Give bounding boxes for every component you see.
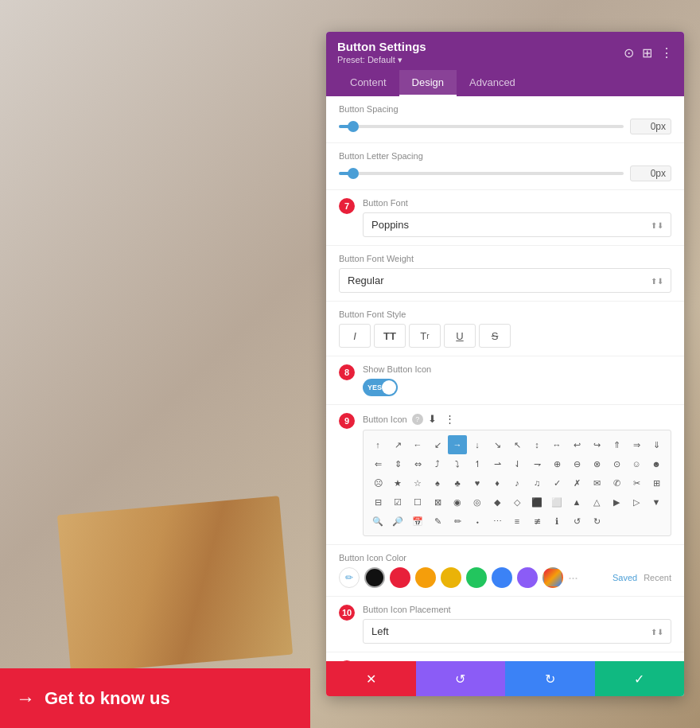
color-swatch-blue[interactable] bbox=[492, 567, 512, 588]
color-swatch-gradient[interactable] bbox=[542, 567, 563, 588]
icon-pencil[interactable]: ✏ bbox=[448, 512, 467, 531]
color-swatch-green[interactable] bbox=[466, 567, 487, 588]
icon-preview[interactable]: ⬇ bbox=[428, 413, 437, 425]
recent-tab[interactable]: Recent bbox=[644, 573, 671, 582]
icon-tri-right-fill[interactable]: ▶ bbox=[607, 492, 626, 512]
icon-refresh-ccw[interactable]: ↺ bbox=[567, 512, 586, 531]
responsive-icon[interactable]: ⊙ bbox=[624, 45, 634, 60]
color-edit-button[interactable]: ✏ bbox=[339, 567, 360, 588]
icon-refresh-cw[interactable]: ↻ bbox=[587, 512, 606, 531]
icon-left-hook[interactable]: ⇁ bbox=[527, 454, 546, 473]
icon-circle[interactable]: ◎ bbox=[468, 492, 487, 512]
button-icon-placement-select[interactable]: Left bbox=[363, 619, 671, 644]
icon-up-hook[interactable]: ↿ bbox=[468, 454, 487, 473]
capitalize-button[interactable]: Tr bbox=[409, 324, 441, 348]
icon-edit[interactable]: ✎ bbox=[428, 512, 447, 531]
button-font-select[interactable]: Poppins bbox=[363, 212, 671, 237]
italic-button[interactable]: I bbox=[339, 324, 371, 348]
icon-phone[interactable]: ✆ bbox=[607, 473, 626, 492]
icon-square-fill[interactable]: ⬛ bbox=[527, 492, 546, 512]
icon-diamond-fill[interactable]: ◆ bbox=[488, 492, 507, 512]
color-swatch-purple[interactable] bbox=[517, 567, 538, 588]
icon-dot-circle[interactable]: ⊙ bbox=[607, 454, 626, 473]
icon-plus-circle[interactable]: ⊕ bbox=[547, 454, 566, 473]
tab-design[interactable]: Design bbox=[399, 70, 457, 96]
button-letter-spacing-value[interactable]: 0px bbox=[630, 165, 671, 181]
icon-neq[interactable]: ≢ bbox=[527, 512, 546, 531]
icon-star[interactable]: ☆ bbox=[408, 473, 427, 492]
icon-tri-up[interactable]: △ bbox=[587, 492, 606, 512]
button-letter-spacing-track[interactable] bbox=[339, 172, 624, 175]
layout-icon[interactable]: ⊞ bbox=[642, 45, 652, 60]
icon-diamond-outline[interactable]: ◇ bbox=[508, 492, 527, 512]
icon-arrow-ud[interactable]: ↕ bbox=[527, 435, 546, 454]
color-swatch-red[interactable] bbox=[390, 567, 410, 588]
color-more-button[interactable]: ··· bbox=[568, 570, 578, 586]
icon-checkbox-x[interactable]: ⊠ bbox=[428, 492, 447, 512]
more-icon[interactable]: ⋮ bbox=[660, 45, 673, 60]
redo-button[interactable]: ↻ bbox=[505, 661, 595, 696]
icon-tri-right[interactable]: ▷ bbox=[627, 492, 646, 512]
saved-tab[interactable]: Saved bbox=[612, 573, 637, 582]
tab-advanced[interactable]: Advanced bbox=[457, 70, 528, 96]
icon-calendar[interactable]: 📅 bbox=[408, 512, 427, 531]
icon-swap[interactable]: ⇔ bbox=[408, 454, 427, 473]
icon-smile[interactable]: ☺ bbox=[627, 454, 646, 473]
icon-notes[interactable]: ♫ bbox=[527, 473, 546, 492]
icon-plus-sq[interactable]: ⊞ bbox=[647, 473, 666, 492]
icon-arrow-right[interactable]: → bbox=[448, 435, 467, 454]
icon-dbl-up[interactable]: ⇑ bbox=[607, 435, 626, 454]
color-swatch-yellow[interactable] bbox=[441, 567, 461, 588]
icon-minus-circle[interactable]: ⊖ bbox=[567, 454, 586, 473]
icon-down-right[interactable]: ⤵ bbox=[448, 454, 467, 473]
icon-dbl-down[interactable]: ⇓ bbox=[647, 435, 666, 454]
icon-right-hook[interactable]: ⇀ bbox=[488, 454, 507, 473]
icon-more-icon[interactable]: ⋮ bbox=[445, 413, 455, 425]
icon-return-left[interactable]: ↩ bbox=[567, 435, 586, 454]
icon-minus-sq[interactable]: ⊟ bbox=[368, 492, 387, 512]
icon-club[interactable]: ♣ bbox=[448, 473, 467, 492]
tab-content[interactable]: Content bbox=[337, 70, 399, 96]
reset-button[interactable]: ↺ bbox=[416, 661, 506, 696]
icon-tag[interactable]: ⬩ bbox=[468, 512, 487, 531]
icon-diamond[interactable]: ♦ bbox=[488, 473, 507, 492]
icon-magnify-2[interactable]: 🔎 bbox=[388, 512, 407, 531]
icon-star-fill[interactable]: ★ bbox=[388, 473, 407, 492]
icon-arrow-down[interactable]: ↓ bbox=[468, 435, 487, 454]
icon-check[interactable]: ✓ bbox=[547, 473, 566, 492]
icon-arrow-sw[interactable]: ↙ bbox=[428, 435, 447, 454]
save-button[interactable]: ✓ bbox=[595, 661, 685, 696]
icon-equiv[interactable]: ≡ bbox=[508, 512, 527, 531]
underline-button[interactable]: U bbox=[444, 324, 476, 348]
icon-ellipsis[interactable]: ⋯ bbox=[488, 512, 507, 531]
icon-tri-down-fill[interactable]: ▼ bbox=[647, 492, 666, 512]
icon-up-right[interactable]: ⤴ bbox=[428, 454, 447, 473]
button-spacing-track[interactable] bbox=[339, 125, 624, 128]
icon-info[interactable]: ℹ bbox=[547, 512, 566, 531]
icon-frown[interactable]: ☹ bbox=[368, 473, 387, 492]
icon-tri-up-fill[interactable]: ▲ bbox=[567, 492, 586, 512]
uppercase-button[interactable]: TT bbox=[374, 324, 406, 348]
icon-smile-fill[interactable]: ☻ bbox=[647, 454, 666, 473]
icon-arrow-nw[interactable]: ↖ bbox=[508, 435, 527, 454]
color-swatch-orange[interactable] bbox=[415, 567, 436, 588]
icon-arrow-se[interactable]: ↘ bbox=[488, 435, 507, 454]
icon-note[interactable]: ♪ bbox=[508, 473, 527, 492]
icon-envelope[interactable]: ✉ bbox=[587, 473, 606, 492]
button-spacing-value[interactable]: 0px bbox=[630, 119, 671, 134]
icon-times[interactable]: ✗ bbox=[567, 473, 586, 492]
icon-times-circle[interactable]: ⊗ bbox=[587, 454, 606, 473]
icon-square-outline[interactable]: ⬜ bbox=[547, 492, 566, 512]
icon-radio[interactable]: ◉ bbox=[448, 492, 467, 512]
button-letter-spacing-thumb[interactable] bbox=[348, 168, 359, 179]
color-swatch-black[interactable] bbox=[364, 567, 385, 588]
icon-return-right[interactable]: ↪ bbox=[587, 435, 606, 454]
icon-arrow-left[interactable]: ← bbox=[408, 435, 427, 454]
cancel-button[interactable]: ✕ bbox=[326, 661, 416, 696]
icon-arrow-ne[interactable]: ↗ bbox=[388, 435, 407, 454]
icon-arrow-lr[interactable]: ↔ bbox=[547, 435, 566, 454]
icon-checkbox-check[interactable]: ☑ bbox=[388, 492, 407, 512]
icon-heart[interactable]: ♥ bbox=[468, 473, 487, 492]
icon-dbl-right[interactable]: ⇒ bbox=[627, 435, 646, 454]
icon-scissors[interactable]: ✂ bbox=[627, 473, 646, 492]
